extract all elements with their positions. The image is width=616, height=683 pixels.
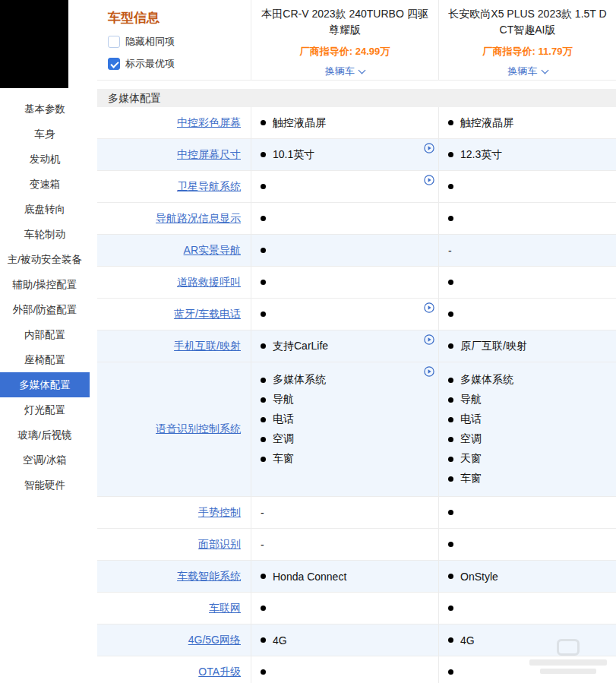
spec-line: 触控液晶屏 — [448, 113, 599, 133]
spec-line — [261, 273, 422, 292]
sidebar-item[interactable]: 灯光配置 — [0, 397, 90, 422]
car-column-1: 本田CR-V 2023款 240TURBO 四驱尊耀版 厂商指导价: 24.99… — [251, 0, 438, 80]
equipped-dot — [448, 216, 453, 221]
sidebar-item[interactable]: 内部配置 — [0, 322, 90, 347]
row-label-link[interactable]: OTA升级 — [97, 656, 251, 683]
spec-value: 导航 — [273, 393, 294, 406]
spec-cell-car1 — [251, 203, 438, 234]
spec-line: 车窗 — [261, 449, 422, 469]
table-row: 导航路况信息显示 — [97, 203, 616, 235]
watermark-line — [540, 669, 596, 674]
sidebar-item[interactable]: 主/被动安全装备 — [0, 247, 90, 272]
expand-icon[interactable] — [424, 143, 434, 153]
spec-cell-car2 — [438, 497, 616, 528]
spec-cell-car1: - — [251, 529, 438, 560]
spec-value: 12.3英寸 — [460, 148, 502, 162]
row-label-link[interactable]: 道路救援呼叫 — [97, 267, 251, 298]
equipped-dot — [261, 280, 266, 285]
spec-value: 4G — [460, 634, 475, 647]
equipped-dot — [448, 637, 453, 643]
row-label-link[interactable]: 卫星导航系统 — [97, 171, 251, 202]
sidebar-item[interactable]: 辅助/操控配置 — [0, 272, 90, 297]
sidebar-item[interactable]: 车身 — [0, 122, 90, 147]
mark-best-option[interactable]: 标示最优项 — [108, 57, 251, 71]
expand-icon[interactable] — [424, 302, 434, 313]
row-label-link[interactable]: 车联网 — [97, 593, 251, 624]
sidebar-item[interactable]: 基本参数 — [0, 96, 90, 122]
car1-price: 厂商指导价: 24.99万 — [261, 45, 429, 58]
table-row: 手势控制- — [97, 497, 616, 529]
equipped-dot — [261, 120, 266, 125]
sidebar-item[interactable]: 外部/防盗配置 — [0, 297, 90, 322]
sidebar-item[interactable]: 车轮制动 — [0, 222, 90, 247]
car1-change-button[interactable]: 换辆车 — [325, 65, 365, 78]
equipped-dot — [261, 378, 266, 383]
car1-price-value: 24.99万 — [355, 46, 390, 57]
sidebar-item[interactable]: 变速箱 — [0, 172, 90, 197]
sidebar-item[interactable]: 智能硬件 — [0, 473, 90, 498]
spec-line: OnStyle — [448, 567, 599, 587]
expand-icon[interactable] — [424, 366, 434, 377]
equipped-dot — [261, 669, 266, 675]
section-header: 多媒体配置 — [97, 89, 616, 107]
hide-same-checkbox[interactable] — [108, 36, 120, 48]
spec-line: 导航 — [261, 390, 422, 409]
mark-best-checkbox[interactable] — [108, 58, 120, 70]
sidebar-item[interactable]: 空调/冰箱 — [0, 447, 90, 473]
equipped-dot — [448, 184, 453, 189]
row-label-link[interactable]: 语音识别控制系统 — [97, 362, 251, 496]
spec-cell-car1: 多媒体系统导航电话空调车窗 — [251, 362, 438, 496]
sidebar-item[interactable]: 玻璃/后视镜 — [0, 422, 90, 447]
spec-cell-car2 — [438, 593, 616, 624]
row-label-link[interactable]: 蓝牙/车载电话 — [97, 299, 251, 330]
hide-same-option[interactable]: 隐藏相同项 — [108, 35, 251, 49]
equipped-dot — [261, 343, 266, 349]
row-label-link[interactable]: 中控彩色屏幕 — [97, 107, 251, 138]
sidebar-item[interactable]: 座椅配置 — [0, 347, 90, 372]
spec-line: - — [261, 503, 422, 523]
row-label-link[interactable]: 手势控制 — [97, 497, 251, 528]
row-label-link[interactable]: 中控屏幕尺寸 — [97, 139, 251, 170]
equipped-dot — [261, 311, 266, 317]
expand-icon[interactable] — [424, 334, 434, 345]
mark-best-label: 标示最优项 — [125, 57, 175, 71]
spec-value: 10.1英寸 — [273, 148, 314, 162]
sidebar-item[interactable]: 多媒体配置 — [0, 372, 90, 397]
spec-line — [448, 273, 599, 292]
row-label-link[interactable]: 手机互联/映射 — [97, 330, 251, 362]
row-label-link[interactable]: AR实景导航 — [97, 235, 251, 266]
equipped-dot — [448, 669, 453, 675]
spec-line: 空调 — [448, 429, 599, 449]
row-label-link[interactable]: 4G/5G网络 — [97, 625, 251, 656]
page-title: 车型信息 — [108, 9, 251, 27]
spec-value: Honda Connect — [273, 571, 346, 583]
equipped-dot — [448, 378, 453, 383]
sidebar-item[interactable]: 发动机 — [0, 147, 90, 172]
row-label-link[interactable]: 车载智能系统 — [97, 561, 251, 592]
spec-cell-car2: - — [438, 235, 616, 266]
spec-value: OnStyle — [460, 571, 498, 583]
car2-change-button[interactable]: 换辆车 — [508, 65, 548, 78]
spec-line: 10.1英寸 — [261, 145, 422, 165]
spec-line: 多媒体系统 — [261, 370, 422, 390]
spec-cell-car2: 12.3英寸 — [438, 139, 616, 170]
row-label-link[interactable]: 面部识别 — [97, 529, 251, 560]
spec-value: 空调 — [273, 432, 294, 446]
expand-icon[interactable] — [424, 175, 434, 185]
watermark — [523, 639, 613, 680]
row-label-link[interactable]: 导航路况信息显示 — [97, 203, 251, 234]
equipped-dot — [261, 248, 266, 253]
spec-line — [261, 241, 422, 261]
spec-cell-car1 — [251, 656, 438, 683]
sidebar-item[interactable]: 底盘转向 — [0, 197, 90, 222]
equipped-dot — [448, 120, 453, 125]
spec-value: 4G — [273, 634, 287, 647]
car1-change-label: 换辆车 — [325, 65, 355, 78]
spec-value: 空调 — [460, 432, 482, 446]
spec-cell-car1 — [251, 593, 438, 624]
table-row: 面部识别- — [97, 529, 616, 561]
equipped-dot — [448, 437, 453, 442]
spec-line — [261, 305, 422, 324]
spec-value: - — [261, 507, 264, 519]
car-compare-page: 基本参数车身发动机变速箱底盘转向车轮制动主/被动安全装备辅助/操控配置外部/防盗… — [0, 0, 616, 683]
